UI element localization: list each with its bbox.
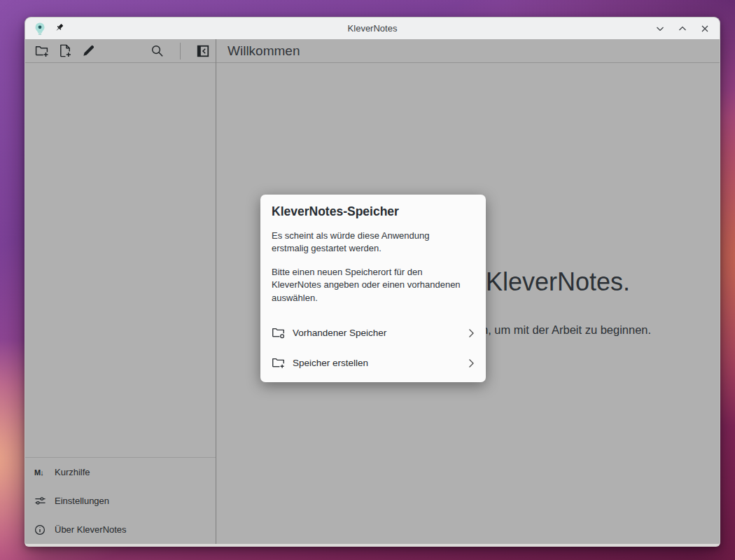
sidebar-footer: M↓ Kurzhilfe Einstellungen [25,457,216,544]
markdown-help-icon: M↓ [34,468,48,477]
window-title: KleverNotes [25,23,720,34]
note-list-empty-area [25,63,216,457]
sidebar-item-kurzhilfe[interactable]: M↓ Kurzhilfe [25,458,216,486]
storage-dialog: KleverNotes-Speicher Es scheint als würd… [260,195,486,382]
folder-plus-badge-icon [272,357,285,370]
page-header: Willkommen [216,39,720,63]
info-circle-icon [34,524,48,536]
klevernotes-app-icon[interactable] [34,22,46,36]
new-folder-button[interactable] [34,43,49,58]
settings-sliders-icon [34,495,48,507]
minimize-button[interactable] [654,22,666,35]
page-title: Willkommen [227,43,300,59]
desktop-wallpaper: { "app": { "window_title": "KleverNotes"… [0,0,735,560]
existing-storage-option[interactable]: Vorhandener Speicher [260,318,486,348]
sidebar-item-ueber-klevernotes[interactable]: Über KleverNotes [25,515,216,544]
close-button[interactable] [699,22,711,35]
new-note-button[interactable] [58,43,72,58]
app-window: KleverNotes [24,17,720,547]
dialog-options: Vorhandener Speicher Speicher erstellen [260,318,486,378]
option-label: Speicher erstellen [293,358,461,368]
pin-icon[interactable] [53,22,66,35]
toolbar-separator [180,43,181,59]
sidebar: M↓ Kurzhilfe Einstellungen [25,39,216,544]
welcome-subtitle: n, um mit der Arbeit zu beginnen. [482,323,651,337]
maximize-button[interactable] [676,22,689,35]
toggle-sidebar-button[interactable] [196,44,210,58]
option-label: Vorhandener Speicher [293,328,461,338]
folder-open-badge-icon [272,327,285,340]
chevron-right-icon [468,328,475,338]
sidebar-toolbar [25,39,216,63]
footer-item-label: Einstellungen [55,496,109,506]
footer-item-label: Kurzhilfe [55,467,90,477]
create-storage-option[interactable]: Speicher erstellen [260,348,486,378]
dialog-paragraph-2: Bitte einen neuen Speicherort für den Kl… [272,266,465,304]
dialog-paragraph-1: Es scheint als würde diese Anwendung ers… [272,230,465,255]
edit-pencil-button[interactable] [81,43,96,58]
dialog-title: KleverNotes-Speicher [260,204,486,219]
chevron-right-icon [468,358,475,368]
titlebar[interactable]: KleverNotes [25,18,720,39]
footer-item-label: Über KleverNotes [55,524,127,535]
welcome-heading: KleverNotes. [486,267,630,297]
sidebar-item-einstellungen[interactable]: Einstellungen [25,486,216,515]
search-button[interactable] [150,43,164,58]
